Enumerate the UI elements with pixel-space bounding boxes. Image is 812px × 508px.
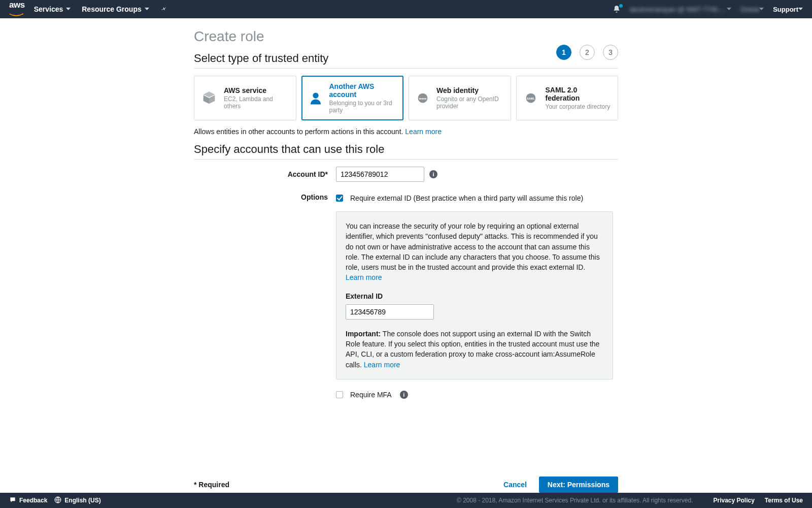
account-id-row: Account ID* i	[194, 167, 618, 182]
pushpin-icon	[159, 4, 169, 14]
wizard-step-1[interactable]: 1	[556, 45, 571, 60]
wizard-step-3[interactable]: 3	[603, 45, 618, 60]
account-id-input[interactable]	[336, 167, 424, 182]
nav-resource-groups[interactable]: Resource Groups	[82, 5, 149, 13]
entity-card-sub: Your corporate directory	[546, 103, 612, 110]
entity-card-sub: EC2, Lambda and others	[224, 96, 290, 110]
section-accounts-title: Specify accounts that can use this role	[194, 143, 618, 156]
chevron-down-icon	[759, 8, 764, 11]
svg-text:www: www	[419, 97, 427, 100]
options-row: Options Require external ID (Best practi…	[194, 192, 618, 399]
nav-pin[interactable]	[160, 6, 167, 13]
learn-more-link[interactable]: Learn more	[364, 361, 400, 369]
nav-notifications[interactable]	[613, 5, 621, 13]
entity-help-text: Allows entities in other accounts to per…	[194, 128, 405, 136]
aws-logo[interactable]: aws	[9, 0, 25, 18]
account-id-label: Account ID*	[194, 170, 336, 178]
external-id-explainer-text: You can increase the security of your ro…	[346, 222, 600, 271]
www-badge-icon: www	[415, 89, 430, 107]
entity-help-line: Allows entities in other accounts to per…	[194, 128, 618, 136]
require-external-id-row: Require external ID (Best practice when …	[336, 194, 618, 202]
section-trusted-entity-title: Select type of trusted entity	[194, 52, 618, 65]
nav-services-label: Services	[34, 5, 63, 13]
cube-icon	[200, 89, 218, 107]
top-nav: aws Services Resource Groups lakshminara…	[0, 0, 812, 18]
svg-point-0	[313, 92, 318, 98]
learn-more-link[interactable]: Learn more	[346, 273, 382, 281]
nav-account[interactable]: lakshminarayan @ 9497-7745-…	[630, 6, 731, 13]
entity-card-title: AWS service	[224, 86, 290, 94]
action-bar: * Required Cancel Next: Permissions	[0, 470, 812, 473]
nav-support[interactable]: Support	[773, 6, 803, 13]
entity-card-title: SAML 2.0 federation	[546, 86, 612, 102]
entity-card-sub: Cognito or any OpenID provider	[436, 96, 504, 110]
entity-card-another-account[interactable]: Another AWS account Belonging to you or …	[301, 76, 404, 120]
entity-card-aws-service[interactable]: AWS service EC2, Lambda and others	[194, 76, 296, 120]
chevron-down-icon	[66, 8, 71, 11]
chevron-down-icon	[145, 8, 149, 11]
notification-dot	[619, 4, 623, 8]
divider	[194, 159, 618, 160]
nav-region-label: Global	[740, 6, 760, 13]
wizard-steps: 1 2 3	[556, 45, 618, 60]
external-id-panel: You can increase the security of your ro…	[336, 211, 613, 379]
wizard-step-2[interactable]: 2	[580, 45, 595, 60]
nav-support-label: Support	[773, 6, 798, 13]
require-mfa-checkbox[interactable]	[336, 391, 343, 398]
nav-account-label: lakshminarayan @ 9497-7745-…	[630, 6, 727, 13]
info-icon[interactable]: i	[400, 391, 408, 399]
entity-card-saml[interactable]: SAML SAML 2.0 federation Your corporate …	[516, 76, 619, 120]
entity-card-title: Another AWS account	[329, 82, 397, 99]
entity-type-cards: AWS service EC2, Lambda and others Anoth…	[194, 76, 618, 120]
learn-more-link[interactable]: Learn more	[405, 128, 442, 136]
options-label: Options	[194, 192, 336, 201]
external-id-explainer: You can increase the security of your ro…	[346, 221, 603, 283]
require-external-id-label: Require external ID (Best practice when …	[350, 194, 583, 202]
info-icon[interactable]: i	[429, 170, 437, 178]
external-id-important: Important: The console does not support …	[346, 329, 603, 370]
chevron-down-icon	[727, 8, 731, 11]
require-mfa-row: Require MFA i	[336, 391, 618, 399]
entity-card-title: Web identity	[436, 86, 504, 94]
external-id-label: External ID	[346, 292, 603, 300]
entity-card-web-identity[interactable]: www Web identity Cognito or any OpenID p…	[409, 76, 511, 120]
main-content: Create role 1 2 3 Select type of trusted…	[194, 18, 618, 473]
page-title: Create role	[194, 28, 618, 45]
nav-services[interactable]: Services	[34, 5, 71, 13]
svg-text:SAML: SAML	[527, 97, 535, 100]
user-icon	[308, 89, 323, 107]
require-mfa-label: Require MFA	[350, 391, 392, 399]
nav-resource-groups-label: Resource Groups	[82, 5, 141, 13]
entity-card-sub: Belonging to you or 3rd party	[329, 100, 397, 114]
important-label: Important:	[346, 330, 381, 338]
chevron-down-icon	[798, 8, 803, 11]
require-external-id-checkbox[interactable]	[336, 195, 343, 202]
divider	[194, 68, 618, 69]
nav-region[interactable]: Global	[740, 6, 764, 13]
external-id-input[interactable]	[346, 304, 434, 320]
saml-badge-icon: SAML	[523, 89, 539, 107]
